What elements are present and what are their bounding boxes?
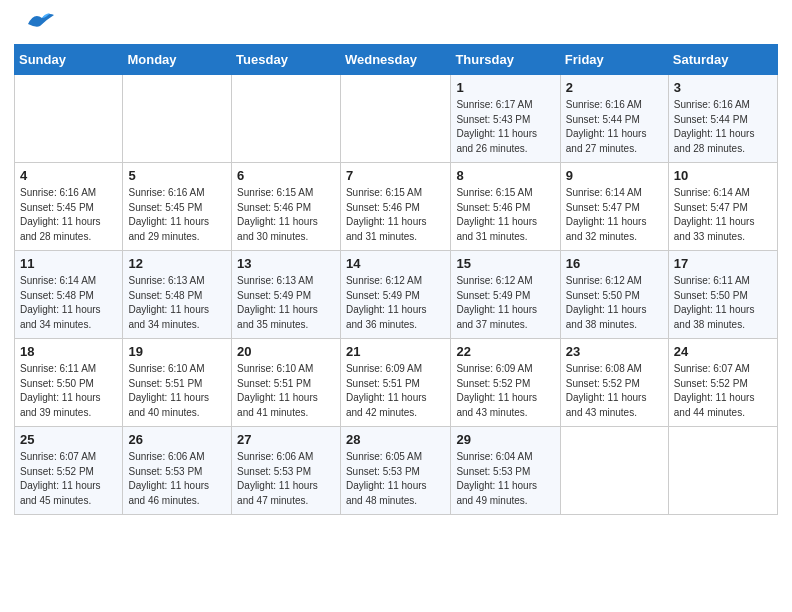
calendar-cell: 12Sunrise: 6:13 AMSunset: 5:48 PMDayligh… — [123, 251, 232, 339]
day-info: Sunrise: 6:12 AMSunset: 5:49 PMDaylight:… — [346, 274, 445, 332]
day-info: Sunrise: 6:05 AMSunset: 5:53 PMDaylight:… — [346, 450, 445, 508]
day-info: Sunrise: 6:07 AMSunset: 5:52 PMDaylight:… — [20, 450, 117, 508]
day-number: 18 — [20, 343, 117, 361]
calendar-cell: 14Sunrise: 6:12 AMSunset: 5:49 PMDayligh… — [340, 251, 450, 339]
day-number: 8 — [456, 167, 554, 185]
day-number: 24 — [674, 343, 772, 361]
day-number: 17 — [674, 255, 772, 273]
day-info: Sunrise: 6:09 AMSunset: 5:52 PMDaylight:… — [456, 362, 554, 420]
day-info: Sunrise: 6:14 AMSunset: 5:48 PMDaylight:… — [20, 274, 117, 332]
calendar-cell: 13Sunrise: 6:13 AMSunset: 5:49 PMDayligh… — [232, 251, 341, 339]
calendar-cell: 26Sunrise: 6:06 AMSunset: 5:53 PMDayligh… — [123, 427, 232, 515]
day-info: Sunrise: 6:10 AMSunset: 5:51 PMDaylight:… — [237, 362, 335, 420]
calendar-cell: 9Sunrise: 6:14 AMSunset: 5:47 PMDaylight… — [560, 163, 668, 251]
day-number: 29 — [456, 431, 554, 449]
day-number: 15 — [456, 255, 554, 273]
day-info: Sunrise: 6:15 AMSunset: 5:46 PMDaylight:… — [346, 186, 445, 244]
calendar-header: SundayMondayTuesdayWednesdayThursdayFrid… — [15, 45, 778, 75]
day-number: 3 — [674, 79, 772, 97]
col-header-wednesday: Wednesday — [340, 45, 450, 75]
day-number: 28 — [346, 431, 445, 449]
day-info: Sunrise: 6:16 AMSunset: 5:44 PMDaylight:… — [674, 98, 772, 156]
day-info: Sunrise: 6:16 AMSunset: 5:45 PMDaylight:… — [20, 186, 117, 244]
calendar-cell: 8Sunrise: 6:15 AMSunset: 5:46 PMDaylight… — [451, 163, 560, 251]
day-number: 4 — [20, 167, 117, 185]
day-number: 9 — [566, 167, 663, 185]
calendar-cell: 18Sunrise: 6:11 AMSunset: 5:50 PMDayligh… — [15, 339, 123, 427]
calendar-cell: 24Sunrise: 6:07 AMSunset: 5:52 PMDayligh… — [668, 339, 777, 427]
day-number: 16 — [566, 255, 663, 273]
day-number: 25 — [20, 431, 117, 449]
calendar-cell — [668, 427, 777, 515]
calendar-cell: 11Sunrise: 6:14 AMSunset: 5:48 PMDayligh… — [15, 251, 123, 339]
day-number: 19 — [128, 343, 226, 361]
calendar-cell: 20Sunrise: 6:10 AMSunset: 5:51 PMDayligh… — [232, 339, 341, 427]
col-header-tuesday: Tuesday — [232, 45, 341, 75]
calendar-cell: 19Sunrise: 6:10 AMSunset: 5:51 PMDayligh… — [123, 339, 232, 427]
calendar-cell: 15Sunrise: 6:12 AMSunset: 5:49 PMDayligh… — [451, 251, 560, 339]
calendar-cell: 17Sunrise: 6:11 AMSunset: 5:50 PMDayligh… — [668, 251, 777, 339]
day-number: 7 — [346, 167, 445, 185]
day-info: Sunrise: 6:08 AMSunset: 5:52 PMDaylight:… — [566, 362, 663, 420]
logo — [24, 18, 56, 34]
day-info: Sunrise: 6:12 AMSunset: 5:50 PMDaylight:… — [566, 274, 663, 332]
day-info: Sunrise: 6:14 AMSunset: 5:47 PMDaylight:… — [566, 186, 663, 244]
calendar-cell: 28Sunrise: 6:05 AMSunset: 5:53 PMDayligh… — [340, 427, 450, 515]
day-info: Sunrise: 6:06 AMSunset: 5:53 PMDaylight:… — [237, 450, 335, 508]
col-header-friday: Friday — [560, 45, 668, 75]
col-header-thursday: Thursday — [451, 45, 560, 75]
calendar-cell: 27Sunrise: 6:06 AMSunset: 5:53 PMDayligh… — [232, 427, 341, 515]
day-info: Sunrise: 6:17 AMSunset: 5:43 PMDaylight:… — [456, 98, 554, 156]
calendar: SundayMondayTuesdayWednesdayThursdayFrid… — [0, 40, 792, 525]
day-info: Sunrise: 6:13 AMSunset: 5:49 PMDaylight:… — [237, 274, 335, 332]
day-info: Sunrise: 6:15 AMSunset: 5:46 PMDaylight:… — [456, 186, 554, 244]
logo-bird-icon — [26, 10, 56, 34]
calendar-cell: 4Sunrise: 6:16 AMSunset: 5:45 PMDaylight… — [15, 163, 123, 251]
day-number: 2 — [566, 79, 663, 97]
calendar-cell — [123, 75, 232, 163]
day-info: Sunrise: 6:12 AMSunset: 5:49 PMDaylight:… — [456, 274, 554, 332]
day-number: 11 — [20, 255, 117, 273]
calendar-cell — [340, 75, 450, 163]
day-number: 26 — [128, 431, 226, 449]
day-info: Sunrise: 6:15 AMSunset: 5:46 PMDaylight:… — [237, 186, 335, 244]
day-number: 10 — [674, 167, 772, 185]
day-number: 13 — [237, 255, 335, 273]
day-info: Sunrise: 6:16 AMSunset: 5:45 PMDaylight:… — [128, 186, 226, 244]
calendar-cell: 23Sunrise: 6:08 AMSunset: 5:52 PMDayligh… — [560, 339, 668, 427]
day-number: 6 — [237, 167, 335, 185]
calendar-cell: 5Sunrise: 6:16 AMSunset: 5:45 PMDaylight… — [123, 163, 232, 251]
day-number: 23 — [566, 343, 663, 361]
calendar-cell — [15, 75, 123, 163]
calendar-cell: 3Sunrise: 6:16 AMSunset: 5:44 PMDaylight… — [668, 75, 777, 163]
day-info: Sunrise: 6:13 AMSunset: 5:48 PMDaylight:… — [128, 274, 226, 332]
calendar-cell — [560, 427, 668, 515]
day-info: Sunrise: 6:04 AMSunset: 5:53 PMDaylight:… — [456, 450, 554, 508]
calendar-cell: 29Sunrise: 6:04 AMSunset: 5:53 PMDayligh… — [451, 427, 560, 515]
day-info: Sunrise: 6:14 AMSunset: 5:47 PMDaylight:… — [674, 186, 772, 244]
calendar-cell: 2Sunrise: 6:16 AMSunset: 5:44 PMDaylight… — [560, 75, 668, 163]
day-number: 1 — [456, 79, 554, 97]
calendar-cell: 7Sunrise: 6:15 AMSunset: 5:46 PMDaylight… — [340, 163, 450, 251]
day-info: Sunrise: 6:09 AMSunset: 5:51 PMDaylight:… — [346, 362, 445, 420]
calendar-table: SundayMondayTuesdayWednesdayThursdayFrid… — [14, 44, 778, 515]
col-header-monday: Monday — [123, 45, 232, 75]
day-number: 5 — [128, 167, 226, 185]
day-info: Sunrise: 6:11 AMSunset: 5:50 PMDaylight:… — [674, 274, 772, 332]
col-header-sunday: Sunday — [15, 45, 123, 75]
calendar-cell: 21Sunrise: 6:09 AMSunset: 5:51 PMDayligh… — [340, 339, 450, 427]
day-number: 27 — [237, 431, 335, 449]
day-info: Sunrise: 6:11 AMSunset: 5:50 PMDaylight:… — [20, 362, 117, 420]
day-info: Sunrise: 6:07 AMSunset: 5:52 PMDaylight:… — [674, 362, 772, 420]
day-number: 12 — [128, 255, 226, 273]
day-number: 14 — [346, 255, 445, 273]
day-number: 20 — [237, 343, 335, 361]
day-info: Sunrise: 6:16 AMSunset: 5:44 PMDaylight:… — [566, 98, 663, 156]
day-number: 22 — [456, 343, 554, 361]
calendar-cell: 1Sunrise: 6:17 AMSunset: 5:43 PMDaylight… — [451, 75, 560, 163]
calendar-cell: 10Sunrise: 6:14 AMSunset: 5:47 PMDayligh… — [668, 163, 777, 251]
calendar-cell: 6Sunrise: 6:15 AMSunset: 5:46 PMDaylight… — [232, 163, 341, 251]
page-header — [0, 0, 792, 40]
day-info: Sunrise: 6:10 AMSunset: 5:51 PMDaylight:… — [128, 362, 226, 420]
day-number: 21 — [346, 343, 445, 361]
